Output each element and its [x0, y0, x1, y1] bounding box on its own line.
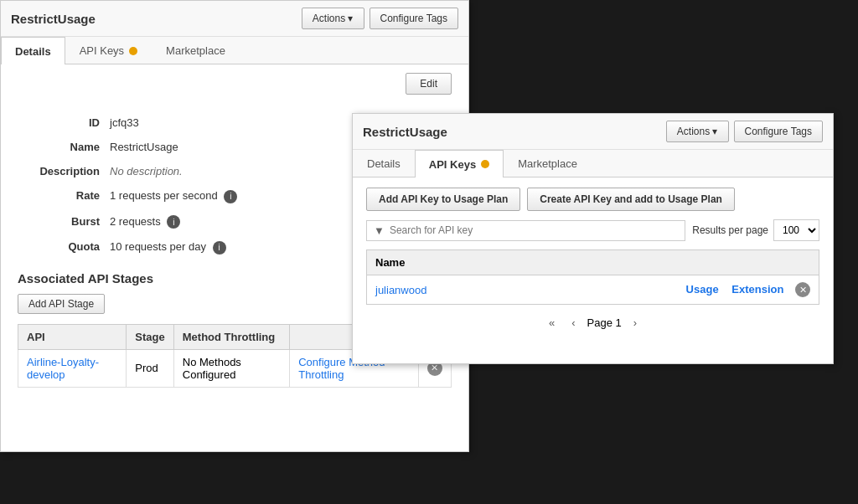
- front-actions-button[interactable]: Actions: [666, 121, 729, 142]
- col-throttling: Method Throttling: [173, 324, 289, 349]
- search-bar: ▼: [366, 220, 685, 241]
- filter-icon: ▼: [374, 224, 385, 237]
- results-per-page-label: Results per page: [692, 224, 768, 236]
- api-key-link[interactable]: julianwood: [375, 284, 426, 296]
- search-row: ▼ Results per page 100 50 25: [366, 219, 819, 241]
- api-key-row: julianwood Usage Extension ✕: [367, 275, 819, 305]
- extension-link[interactable]: Extension: [731, 283, 783, 296]
- api-key-name-cell: julianwood: [367, 275, 514, 305]
- tab-details-back[interactable]: Details: [1, 37, 65, 64]
- create-api-key-button[interactable]: Create API Key and add to Usage Plan: [527, 188, 735, 211]
- next-page-button[interactable]: ›: [628, 315, 642, 331]
- col-stage: Stage: [127, 324, 173, 349]
- api-keys-table: Name julianwood Usage Extension ✕: [366, 249, 819, 305]
- api-name-cell: Airline-Loyalty-develop: [18, 349, 127, 387]
- edit-button[interactable]: Edit: [406, 73, 452, 95]
- api-keys-action-buttons: Add API Key to Usage Plan Create API Key…: [366, 188, 819, 211]
- tab-details-front[interactable]: Details: [353, 150, 415, 177]
- front-panel-tabs: Details API Keys Marketplace: [353, 150, 833, 177]
- front-panel-title: RestrictUsage: [363, 125, 447, 139]
- api-link[interactable]: Airline-Loyalty-develop: [27, 356, 99, 381]
- burst-info-icon[interactable]: i: [167, 215, 180, 229]
- back-panel-title: RestrictUsage: [11, 12, 96, 26]
- col-actions-header: [514, 250, 819, 275]
- tab-marketplace-front[interactable]: Marketplace: [504, 150, 592, 177]
- edit-btn-row: Edit: [1, 64, 468, 103]
- api-keys-dot-front: [481, 160, 489, 168]
- throttling-cell: No Methods Configured: [173, 349, 289, 387]
- stage-cell: Prod: [127, 349, 173, 387]
- usage-link[interactable]: Usage: [686, 283, 719, 296]
- prev-page-button[interactable]: ‹: [566, 315, 580, 331]
- back-actions-button[interactable]: Actions: [302, 8, 364, 29]
- add-api-key-button[interactable]: Add API Key to Usage Plan: [366, 188, 520, 211]
- first-page-button[interactable]: «: [544, 315, 560, 331]
- quota-info-icon[interactable]: i: [213, 241, 226, 255]
- col-api: API: [18, 324, 127, 349]
- api-keys-dot-back: [129, 47, 137, 55]
- page-indicator: Page 1: [587, 316, 622, 329]
- tab-api-keys-back[interactable]: API Keys: [65, 37, 152, 64]
- front-panel-header: RestrictUsage Actions Configure Tags: [353, 114, 833, 150]
- pagination: « ‹ Page 1 ›: [353, 305, 833, 341]
- add-api-stage-button[interactable]: Add API Stage: [18, 294, 105, 314]
- back-configure-tags-button[interactable]: Configure Tags: [370, 8, 459, 29]
- front-panel: RestrictUsage Actions Configure Tags Det…: [352, 113, 834, 364]
- back-panel-tabs: Details API Keys Marketplace: [1, 37, 468, 64]
- results-per-page-select[interactable]: 100 50 25: [773, 219, 819, 241]
- back-panel-header-buttons: Actions Configure Tags: [302, 8, 458, 29]
- front-panel-header-buttons: Actions Configure Tags: [666, 121, 823, 142]
- api-keys-toolbar: Add API Key to Usage Plan Create API Key…: [353, 177, 833, 241]
- remove-api-key-icon[interactable]: ✕: [795, 282, 810, 297]
- col-name: Name: [367, 250, 514, 275]
- tab-marketplace-back[interactable]: Marketplace: [152, 37, 240, 64]
- rate-info-icon[interactable]: i: [224, 190, 237, 203]
- tab-api-keys-front[interactable]: API Keys: [415, 150, 504, 177]
- search-input[interactable]: [390, 224, 678, 236]
- api-key-actions-cell: Usage Extension ✕: [514, 275, 819, 305]
- front-configure-tags-button[interactable]: Configure Tags: [734, 121, 824, 142]
- back-panel-header: RestrictUsage Actions Configure Tags: [1, 1, 468, 37]
- results-per-page-container: Results per page 100 50 25: [692, 219, 819, 241]
